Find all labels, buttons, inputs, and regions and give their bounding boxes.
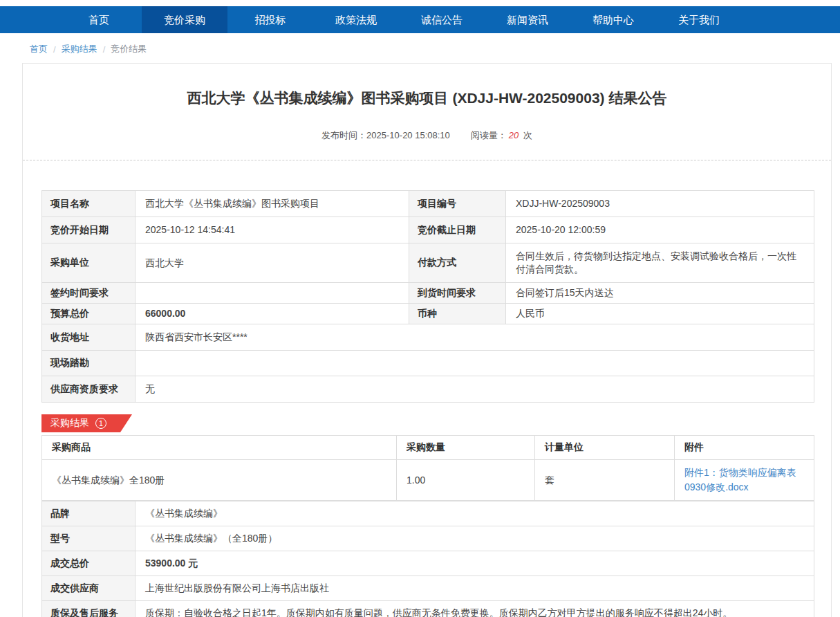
nav-item-news[interactable]: 新闻资讯	[485, 6, 570, 33]
budget-total-label: 预算总价	[42, 304, 136, 324]
result-badge: 采购结果 1	[41, 414, 132, 432]
breadcrumb-purchase-results-link[interactable]: 采购结果	[62, 43, 97, 55]
bid-end-label: 竞价截止日期	[409, 217, 506, 243]
nav-item-about-us[interactable]: 关于我们	[656, 6, 742, 33]
table-row: 签约时间要求 到货时间要求 合同签订后15天内送达	[42, 283, 814, 304]
table-row: 项目名称 西北大学《丛书集成续编》图书采购项目 项目编号 XDJJ-HW-202…	[42, 191, 814, 217]
page-title: 西北大学《丛书集成续编》图书采购项目 (XDJJ-HW-202509003) 结…	[23, 89, 831, 108]
top-navigation: 首页 竞价采购 招投标 政策法规 诚信公告 新闻资讯 帮助中心 关于我们	[0, 6, 840, 33]
deal-total-value: 53900.00 元	[136, 551, 814, 576]
project-code-label: 项目编号	[409, 191, 506, 217]
product-column-header: 采购商品	[42, 436, 397, 460]
project-code-value: XDJJ-HW-202509003	[506, 191, 814, 217]
payment-method-label: 付款方式	[409, 243, 506, 283]
nav-item-policies[interactable]: 政策法规	[313, 6, 399, 33]
project-name-value: 西北大学《丛书集成续编》图书采购项目	[136, 191, 409, 217]
table-row: 预算总价 66000.00 币种 人民币	[42, 304, 814, 324]
model-value: 《丛书集成续编》（全180册）	[136, 526, 814, 551]
breadcrumb-home-link[interactable]: 首页	[30, 43, 48, 55]
table-row: 成交供应商 上海世纪出版股份有限公司上海书店出版社	[42, 576, 814, 601]
views-label: 阅读量：	[471, 130, 507, 140]
supplier-qualification-value: 无	[136, 376, 814, 403]
winning-supplier-value: 上海世纪出版股份有限公司上海书店出版社	[136, 576, 814, 601]
warranty-service-value: 质保期：自验收合格之日起1年。质保期内如有质量问题，供应商无条件免费更换。质保期…	[136, 601, 814, 617]
table-row: 竞价开始日期 2025-10-12 14:54:41 竞价截止日期 2025-1…	[42, 217, 814, 243]
currency-value: 人民币	[506, 304, 814, 324]
project-info-table: 项目名称 西北大学《丛书集成续编》图书采购项目 项目编号 XDJJ-HW-202…	[41, 190, 814, 403]
breadcrumb: 首页 / 采购结果 / 竞价结果	[0, 33, 840, 63]
budget-total-value: 66000.00	[136, 304, 409, 324]
result-badge-label: 采购结果	[50, 417, 89, 430]
brand-value: 《丛书集成续编》	[136, 501, 814, 526]
unit-value: 套	[535, 460, 675, 501]
nav-item-bidding-purchase[interactable]: 竞价采购	[142, 6, 227, 33]
publish-time-value: 2025-10-20 15:08:10	[366, 130, 450, 140]
warranty-service-label: 质保及售后服务	[42, 601, 136, 617]
breadcrumb-separator: /	[103, 44, 106, 55]
bid-start-value: 2025-10-12 14:54:41	[136, 217, 409, 243]
attachment-link[interactable]: 附件1：货物类响应偏离表0930修改.docx	[684, 466, 804, 495]
table-row: 成交总价 53900.00 元	[42, 551, 814, 576]
views-unit: 次	[523, 130, 532, 140]
dashed-divider	[23, 160, 831, 160]
supplier-qualification-label: 供应商资质要求	[42, 376, 136, 403]
table-row: 质保及售后服务 质保期：自验收合格之日起1年。质保期内如有质量问题，供应商无条件…	[42, 601, 814, 617]
table-row: 《丛书集成续编》全180册 1.00 套 附件1：货物类响应偏离表0930修改.…	[42, 460, 814, 501]
purchaser-label: 采购单位	[42, 243, 136, 283]
unit-column-header: 计量单位	[535, 436, 675, 460]
announcement-card: 西北大学《丛书集成续编》图书采购项目 (XDJJ-HW-202509003) 结…	[22, 63, 832, 617]
quantity-column-header: 采购数量	[397, 436, 535, 460]
breadcrumb-separator: /	[53, 44, 56, 55]
table-row: 供应商资质要求 无	[42, 376, 814, 403]
delivery-time-value: 合同签订后15天内送达	[506, 283, 814, 304]
table-row: 品牌 《丛书集成续编》	[42, 501, 814, 526]
delivery-time-label: 到货时间要求	[409, 283, 506, 304]
publish-time-label: 发布时间：	[321, 130, 366, 140]
attachment-column-header: 附件	[675, 436, 814, 460]
table-row: 型号 《丛书集成续编》（全180册）	[42, 526, 814, 551]
payment-method-value: 合同生效后，待货物到达指定地点、安装调试验收合格后，一次性付清合同货款。	[506, 243, 814, 283]
table-row: 现场踏勘	[42, 351, 814, 376]
result-badge-count: 1	[95, 418, 106, 429]
breadcrumb-current: 竞价结果	[111, 43, 147, 55]
bid-end-value: 2025-10-20 12:00:59	[506, 217, 814, 243]
result-detail-table: 品牌 《丛书集成续编》 型号 《丛书集成续编》（全180册） 成交总价 5390…	[41, 501, 814, 617]
table-row: 采购单位 西北大学 付款方式 合同生效后，待货物到达指定地点、安装调试验收合格后…	[42, 243, 814, 283]
brand-label: 品牌	[42, 501, 136, 526]
table-row: 收货地址 陕西省西安市长安区****	[42, 324, 814, 351]
winning-supplier-label: 成交供应商	[42, 576, 136, 601]
signing-time-label: 签约时间要求	[42, 283, 136, 304]
delivery-address-label: 收货地址	[42, 324, 136, 351]
table-row: 采购商品 采购数量 计量单位 附件	[42, 436, 814, 460]
site-survey-value	[136, 351, 814, 376]
nav-item-tendering[interactable]: 招投标	[227, 6, 313, 33]
delivery-address-value: 陕西省西安市长安区****	[136, 324, 814, 351]
views-count: 20	[507, 130, 521, 140]
publish-meta: 发布时间：2025-10-20 15:08:10阅读量：20 次	[23, 129, 831, 142]
quantity-value: 1.00	[397, 460, 535, 501]
currency-label: 币种	[409, 304, 506, 324]
deal-total-label: 成交总价	[42, 551, 136, 576]
product-value: 《丛书集成续编》全180册	[42, 460, 397, 501]
bid-start-label: 竞价开始日期	[42, 217, 136, 243]
purchaser-value: 西北大学	[136, 243, 409, 283]
nav-item-integrity-notice[interactable]: 诚信公告	[399, 6, 485, 33]
nav-item-home[interactable]: 首页	[56, 6, 142, 33]
site-survey-label: 现场踏勘	[42, 351, 136, 376]
project-name-label: 项目名称	[42, 191, 136, 217]
result-table: 采购商品 采购数量 计量单位 附件 《丛书集成续编》全180册 1.00 套 附…	[41, 435, 814, 501]
signing-time-value	[136, 283, 409, 304]
nav-item-help-center[interactable]: 帮助中心	[570, 6, 656, 33]
model-label: 型号	[42, 526, 136, 551]
